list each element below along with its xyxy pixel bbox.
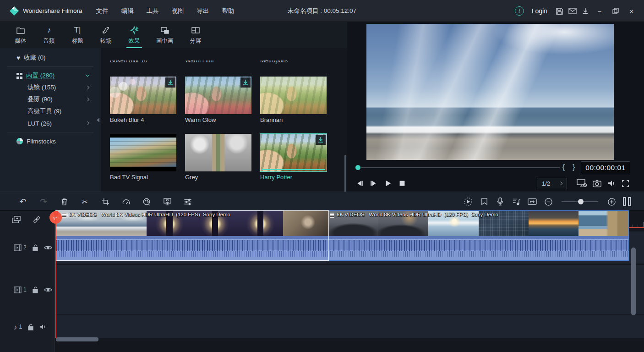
timeline-toolbar: ↶ ↷ ✂ bbox=[0, 192, 644, 211]
mark-out-icon[interactable]: } bbox=[573, 163, 575, 171]
preview-tools bbox=[576, 178, 630, 189]
effect-label: Warm Glow bbox=[185, 116, 251, 123]
sidebar-item-overlays[interactable]: 叠覆 (90) bbox=[0, 94, 101, 105]
mail-icon[interactable] bbox=[568, 6, 577, 16]
redo-button[interactable]: ↷ bbox=[39, 197, 48, 206]
effect-card-brannan[interactable]: Brannan bbox=[260, 77, 327, 123]
audio-track-1[interactable] bbox=[0, 315, 644, 338]
tab-titles[interactable]: T| 标题 bbox=[63, 22, 92, 48]
display-settings-icon[interactable] bbox=[576, 178, 587, 188]
play-button[interactable] bbox=[384, 179, 392, 187]
timeline-zoom-slider[interactable] bbox=[562, 201, 598, 202]
timeline-clip-1[interactable]: 8K VIDEOS World 8K Videos HDR UltraHD (1… bbox=[56, 211, 328, 260]
sidebar-favorites[interactable]: ♥ 收藏 (0) bbox=[0, 52, 101, 64]
fullscreen-icon[interactable] bbox=[621, 179, 630, 188]
lock-icon[interactable] bbox=[27, 324, 34, 330]
lock-icon[interactable] bbox=[32, 244, 38, 251]
seek-track[interactable] bbox=[361, 167, 560, 168]
overlays-label: 叠覆 (90) bbox=[27, 95, 53, 104]
zoom-in-button[interactable] bbox=[607, 197, 616, 206]
color-correction-button[interactable] bbox=[142, 197, 151, 206]
save-icon[interactable] bbox=[555, 7, 564, 16]
adjust-sliders-button[interactable] bbox=[183, 197, 192, 206]
sidebar-filmstocks[interactable]: Filmstocks bbox=[0, 135, 101, 147]
menu-tools[interactable]: 工具 bbox=[140, 4, 165, 18]
sidebar-item-advanced-tools[interactable]: 高级工具 (9) bbox=[0, 105, 101, 117]
video-track-1[interactable] bbox=[0, 265, 644, 314]
undo-button[interactable]: ↶ bbox=[18, 197, 27, 206]
mark-in-icon[interactable]: { bbox=[562, 163, 565, 171]
effects-scrollbar[interactable] bbox=[344, 155, 346, 192]
minimize-button[interactable]: − bbox=[594, 7, 606, 15]
timeline-clip-2[interactable]: 8K VIDEOS World 8K Videos HDR UltraHD (1… bbox=[328, 211, 628, 260]
speed-button[interactable] bbox=[121, 197, 131, 206]
vertical-scrollbar[interactable] bbox=[631, 248, 636, 315]
tab-pip[interactable]: 画中画 bbox=[148, 22, 181, 48]
volume-icon[interactable] bbox=[607, 179, 616, 188]
audio-mixer-button[interactable] bbox=[512, 197, 521, 206]
next-frame-button[interactable] bbox=[370, 179, 378, 187]
zoom-slider-handle[interactable] bbox=[578, 199, 584, 204]
chevron-right-icon bbox=[86, 121, 89, 125]
previous-frame-button[interactable] bbox=[355, 179, 364, 187]
tab-label: 音频 bbox=[44, 37, 55, 45]
effect-card-warm-glow[interactable]: Warm Glow bbox=[185, 77, 251, 123]
heart-icon: ♥ bbox=[16, 54, 20, 61]
menu-export[interactable]: 导出 bbox=[191, 4, 216, 18]
horizontal-scrollbar[interactable] bbox=[56, 337, 98, 341]
sidebar-item-lut[interactable]: LUT (26) bbox=[0, 117, 101, 129]
tab-label: 媒体 bbox=[15, 37, 27, 45]
snapshot-camera-icon[interactable] bbox=[592, 179, 602, 188]
effect-card-harry-potter[interactable]: Harry Potter bbox=[260, 134, 327, 181]
close-button[interactable]: × bbox=[626, 7, 638, 15]
menu-bar: 文件 编辑 工具 视图 导出 帮助 bbox=[90, 4, 241, 18]
clip-label: 8K VIDEOS World 8K Videos HDR UltraHD (1… bbox=[69, 212, 230, 217]
mark-button[interactable] bbox=[480, 197, 489, 206]
crop-button[interactable] bbox=[101, 197, 110, 206]
zoom-out-button[interactable] bbox=[544, 197, 553, 206]
title-bar: Wondershare Filmora 文件 编辑 工具 视图 导出 帮助 未命… bbox=[0, 0, 644, 22]
tab-splitscreen[interactable]: 分屏 bbox=[181, 22, 210, 48]
tab-media[interactable]: 媒体 bbox=[6, 22, 35, 48]
chevron-right-icon bbox=[86, 86, 89, 89]
effect-card-bad-tv-signal[interactable]: Bad TV Signal bbox=[110, 134, 176, 181]
stop-button[interactable] bbox=[398, 179, 406, 187]
download-icon[interactable] bbox=[581, 7, 589, 15]
add-track-icon[interactable] bbox=[12, 215, 21, 224]
tab-transitions[interactable]: 转场 bbox=[92, 22, 120, 48]
info-icon[interactable]: i bbox=[515, 6, 524, 16]
lock-icon[interactable] bbox=[32, 286, 38, 293]
tab-audio[interactable]: ♪ 音频 bbox=[35, 22, 63, 48]
effects-grid: Bokeh Blur 10 Warm Film Metropolis Bokeh… bbox=[101, 48, 347, 192]
render-preview-button[interactable] bbox=[464, 197, 473, 206]
effect-card-grey[interactable]: Grey bbox=[185, 134, 251, 181]
panel-collapse-icon[interactable] bbox=[97, 118, 99, 122]
track-display-toggle[interactable] bbox=[623, 197, 631, 206]
sidebar-builtin[interactable]: 内置 (280) bbox=[0, 70, 101, 82]
restore-button[interactable] bbox=[610, 7, 622, 15]
track-number: 1 bbox=[19, 324, 22, 330]
playhead-line[interactable] bbox=[55, 211, 56, 338]
eye-icon[interactable] bbox=[44, 287, 52, 293]
tab-effects[interactable]: 效果 bbox=[120, 22, 148, 48]
effect-thumbnail bbox=[185, 77, 251, 114]
playback-quality-dropdown[interactable]: 1/2 bbox=[537, 178, 567, 189]
speaker-icon[interactable] bbox=[39, 324, 47, 330]
media-folder-icon bbox=[16, 25, 25, 35]
login-button[interactable]: Login bbox=[532, 7, 547, 15]
menu-view[interactable]: 视图 bbox=[165, 4, 191, 18]
motion-tracking-button[interactable] bbox=[163, 197, 172, 206]
effects-header bbox=[101, 48, 347, 60]
menu-edit[interactable]: 编辑 bbox=[115, 4, 140, 18]
sidebar-item-filters[interactable]: 滤镜 (155) bbox=[0, 82, 101, 94]
menu-help[interactable]: 帮助 bbox=[216, 4, 241, 18]
menu-file[interactable]: 文件 bbox=[90, 4, 115, 18]
seek-handle[interactable] bbox=[355, 165, 360, 170]
split-scissors-button[interactable]: ✂ bbox=[80, 197, 89, 206]
delete-button[interactable] bbox=[60, 197, 69, 206]
fit-timeline-button[interactable] bbox=[528, 197, 537, 206]
record-voiceover-button[interactable] bbox=[496, 197, 505, 206]
eye-icon[interactable] bbox=[44, 245, 52, 251]
effect-card-bokeh-blur-4[interactable]: Bokeh Blur 4 bbox=[110, 77, 176, 123]
link-icon[interactable] bbox=[32, 215, 41, 224]
